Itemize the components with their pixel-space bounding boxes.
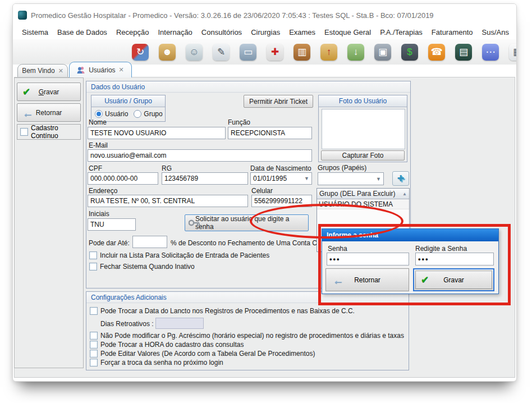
app-logo-icon <box>18 11 27 20</box>
checkbox-icon[interactable] <box>90 307 98 315</box>
menu-recepcao[interactable]: Recepção <box>112 26 154 38</box>
foto-usuario-group: Foto do Usuário Capturar Foto <box>318 95 407 162</box>
tab-close-icon[interactable]: ✕ <box>58 67 63 75</box>
cpf-label: CPF <box>89 164 102 172</box>
checkbox-icon[interactable] <box>89 251 97 259</box>
safe-icon[interactable]: ▣ <box>374 44 391 61</box>
tab-usuarios[interactable]: Usuários ✕ <box>69 62 132 77</box>
report-icon[interactable]: ▦ <box>509 44 517 61</box>
checkbox-icon[interactable] <box>90 350 98 358</box>
menu-base-de-dados[interactable]: Base de Dados <box>53 26 112 38</box>
hora-cadastro-checkbox[interactable]: Pode Trocar a HORA do cadastro das consu… <box>90 341 244 349</box>
desconto-prefix-label: Pode dar Até: <box>89 239 130 247</box>
cash-in-icon[interactable]: ↑ <box>320 44 337 61</box>
funcao-input[interactable] <box>228 127 312 139</box>
menu-exames[interactable]: Exames <box>285 26 320 38</box>
capturar-foto-button[interactable]: Capturar Foto <box>321 150 405 161</box>
redigite-senha-input[interactable] <box>415 253 494 265</box>
ambulance-icon[interactable]: ✚ <box>267 44 283 61</box>
configuracoes-adicionais-group: Configurações Adicionais Pode Trocar a D… <box>86 291 409 370</box>
grupos-combo[interactable]: ▼ <box>318 172 384 185</box>
menu-caixa[interactable]: Caixa <box>513 26 517 38</box>
stock-icon[interactable]: ▥ <box>293 44 310 61</box>
prescription-icon[interactable]: ✎ <box>213 44 230 61</box>
incluir-lista-checkbox[interactable]: Incluir na Lista Para Solicitação de Ent… <box>89 251 269 259</box>
menu-internacao[interactable]: Internação <box>153 26 196 38</box>
rg-label: RG <box>162 164 172 172</box>
chevron-down-icon[interactable]: ▼ <box>376 176 383 182</box>
menu-sus-ans[interactable]: Sus/Ans <box>478 26 513 38</box>
retornar-button[interactable]: ← Retornar <box>17 103 81 122</box>
foto-usuario-header: Foto do Usuário <box>319 95 407 107</box>
add-group-button[interactable]: ✚ <box>392 171 409 186</box>
editar-valores-checkbox[interactable]: Pode Editar Valores (De Acordo com a Tab… <box>90 350 315 358</box>
funcao-label: Função <box>228 118 250 126</box>
celular-input[interactable] <box>251 195 312 207</box>
gravar-button[interactable]: ✔ Gravar <box>17 83 81 101</box>
tab-close-icon[interactable]: ✕ <box>119 66 124 74</box>
iniciais-input[interactable] <box>88 218 136 231</box>
radio-grupo[interactable]: Grupo <box>134 110 162 118</box>
action-sidebar: ✔ Gravar ← Retornar Cadastro Contínuo <box>14 77 84 368</box>
editar-valores-label: Pode Editar Valores (De Acordo com a Tab… <box>100 350 315 358</box>
incluir-lista-label: Incluir na Lista Para Solicitação de Ent… <box>100 251 269 259</box>
hora-cadastro-label: Pode Trocar a HORA do cadastro das consu… <box>100 341 244 349</box>
forcar-senha-checkbox[interactable]: Forçar a troca da senha no próximo login <box>90 359 223 367</box>
solicitar-senha-button[interactable]: Solicitar ao usuário que digite a senha <box>185 214 309 231</box>
menu-cirurgias[interactable]: Cirurgias <box>246 26 285 38</box>
dialog-gravar-label: Gravar <box>443 276 464 284</box>
menu-sistema[interactable]: Sistema <box>17 26 53 38</box>
grupos-list-header[interactable]: Grupo (DEL Para Excluir) ▲ <box>317 189 409 199</box>
pg-acrescimo-label: Não Pode modificar o Pg. Acréscimo (horá… <box>100 332 404 340</box>
tipo-usuario-header: Usuário / Grupo <box>91 95 165 107</box>
menu-faturamento[interactable]: Faturamento <box>427 26 478 38</box>
patients-icon[interactable]: ☻ <box>159 44 176 61</box>
radio-unselected-icon[interactable] <box>134 110 141 118</box>
pg-acrescimo-checkbox[interactable]: Não Pode modificar o Pg. Acréscimo (horá… <box>90 332 404 340</box>
list-item[interactable]: USUÁRIO DO SISTEMA <box>317 199 409 209</box>
nome-input[interactable] <box>88 127 226 139</box>
checkbox-icon[interactable] <box>90 332 98 340</box>
senha-input[interactable] <box>327 253 409 265</box>
gravar-label: Gravar <box>39 88 59 96</box>
checkbox-icon[interactable] <box>90 341 98 349</box>
cadastro-continuo-checkbox[interactable]: Cadastro Contínuo <box>17 124 81 140</box>
dialog-retornar-button[interactable]: ← Retornar <box>325 268 409 291</box>
hospital-bed-icon[interactable]: ▭ <box>240 44 256 61</box>
menu-pa-terapias[interactable]: P.A./Terapias <box>375 26 427 38</box>
grupos-list-header-label: Grupo (DEL Para Excluir) <box>319 190 396 198</box>
informe-senha-dialog: Informe a senha Senha Redigite a Senha ←… <box>322 228 499 294</box>
rg-input[interactable] <box>162 172 248 185</box>
ledger-icon[interactable]: ▤ <box>455 44 472 61</box>
phonebook-icon[interactable]: ☎ <box>428 44 445 61</box>
tab-bem-vindo[interactable]: Bem Vindo ✕ <box>17 64 68 77</box>
radio-usuario[interactable]: Usuário <box>95 110 128 118</box>
sync-users-icon[interactable]: ↻ <box>132 44 149 61</box>
fechar-sistema-checkbox[interactable]: Fechar Sistema Quando Inativo <box>89 263 195 271</box>
radio-selected-icon[interactable] <box>95 110 103 118</box>
sort-asc-icon[interactable]: ▲ <box>402 191 407 196</box>
endereco-input[interactable] <box>88 195 248 207</box>
nascimento-combo[interactable]: 01/01/1995 ▼ <box>250 172 312 185</box>
checkbox-icon[interactable] <box>89 263 97 271</box>
chevron-down-icon[interactable]: ▼ <box>304 176 311 181</box>
data-lancto-checkbox[interactable]: Pode Trocar a Data do Lancto nos Registr… <box>90 307 355 315</box>
doctor-icon[interactable]: ☺ <box>186 44 203 61</box>
menu-estoque-geral[interactable]: Estoque Geral <box>320 26 375 38</box>
chat-icon[interactable]: ⋯ <box>482 44 499 61</box>
billing-icon[interactable]: $ <box>401 44 418 61</box>
dialog-title-bar[interactable]: Informe a senha <box>322 229 498 241</box>
nascimento-value: 01/01/1995 <box>253 175 287 182</box>
cpf-input[interactable] <box>88 172 158 185</box>
redigite-senha-label: Redigite a Senha <box>415 245 467 253</box>
dialog-gravar-button[interactable]: ✔ Gravar <box>413 268 494 291</box>
endereco-label: Endereço <box>89 187 117 195</box>
desconto-input[interactable] <box>132 236 167 248</box>
permitir-abrir-ticket-button[interactable]: Permitir Abrir Ticket <box>244 95 313 108</box>
email-input[interactable] <box>88 149 312 162</box>
checkbox-icon[interactable] <box>90 359 98 367</box>
menu-consultorios[interactable]: Consultórios <box>197 26 246 38</box>
cash-out-icon[interactable]: ↓ <box>347 44 364 61</box>
checkbox-icon[interactable] <box>20 128 28 136</box>
cadastro-continuo-label: Cadastro Contínuo <box>31 124 80 140</box>
